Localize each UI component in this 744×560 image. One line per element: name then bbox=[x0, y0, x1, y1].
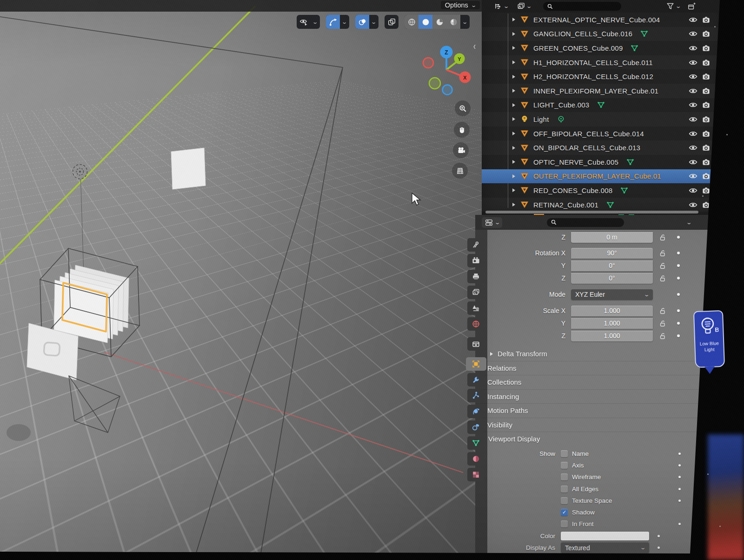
navigation-axis-gizmo[interactable]: Z Y X bbox=[418, 43, 479, 101]
outliner-row[interactable]: Light bbox=[482, 112, 725, 127]
hide-in-viewport-eye-icon[interactable] bbox=[689, 115, 698, 124]
material-preview-button[interactable] bbox=[432, 15, 446, 29]
outliner-row[interactable]: LIGHT_Cube.003 bbox=[482, 98, 725, 113]
outliner-row[interactable]: INNER_PLEXIFORM_LAYER_Cube.01 bbox=[482, 84, 725, 98]
ortho-perspective-button[interactable] bbox=[452, 163, 468, 179]
object-name[interactable]: EXTERNAL_OPTIC_NERVE_Cube.004 bbox=[533, 16, 660, 24]
disable-in-render-camera-icon[interactable] bbox=[702, 44, 711, 53]
object-name[interactable]: RED_CONES_Cube.008 bbox=[533, 187, 612, 194]
disable-in-render-camera-icon[interactable] bbox=[702, 87, 711, 95]
outliner-row[interactable]: H1_HORIZONTAL_CELLS_Cube.011 bbox=[482, 55, 725, 70]
floating-plane-object[interactable] bbox=[171, 148, 206, 189]
disable-in-render-camera-icon[interactable] bbox=[702, 129, 711, 138]
disable-in-render-camera-icon[interactable] bbox=[702, 186, 711, 195]
hide-in-viewport-eye-icon[interactable] bbox=[689, 58, 698, 67]
object-visibility-dropdown[interactable]: ⌄ bbox=[297, 15, 320, 29]
axis-checkbox[interactable] bbox=[561, 462, 568, 469]
animate-dot[interactable] bbox=[677, 309, 680, 312]
section-motion-paths[interactable]: Motion Paths ∷∷ bbox=[475, 403, 725, 418]
outliner-row[interactable]: OFF_BIPOLAR_CELLS_Cube.014 bbox=[482, 127, 725, 141]
outliner-horizontal-scrollbar[interactable] bbox=[485, 211, 698, 213]
rendered-shading-button[interactable] bbox=[446, 15, 460, 29]
lock-icon[interactable] bbox=[659, 274, 667, 282]
filter-dropdown[interactable]: ⌄ bbox=[666, 2, 680, 11]
axis-negz-handle[interactable] bbox=[443, 85, 452, 95]
wireframe-checkbox[interactable] bbox=[561, 473, 568, 480]
lock-icon[interactable] bbox=[659, 249, 667, 257]
hide-in-viewport-eye-icon[interactable] bbox=[689, 100, 698, 109]
disable-in-render-camera-icon[interactable] bbox=[702, 100, 711, 109]
rotation-x-field[interactable]: 90° bbox=[571, 248, 653, 259]
properties-search-input[interactable] bbox=[547, 218, 624, 227]
scale-y-field[interactable]: 1.000 bbox=[571, 318, 653, 329]
section-delta-transform[interactable]: Delta Transform bbox=[475, 347, 725, 361]
disable-in-render-camera-icon[interactable] bbox=[702, 143, 711, 152]
shadow-checkbox-checked[interactable]: ✓ bbox=[561, 509, 568, 516]
animate-dot[interactable] bbox=[678, 523, 681, 525]
animate-dot[interactable] bbox=[678, 500, 681, 502]
pyramid-wireframe[interactable] bbox=[69, 376, 120, 433]
editor-type-dropdown[interactable]: ⌄ bbox=[494, 2, 508, 11]
disable-in-render-camera-icon[interactable] bbox=[702, 72, 711, 81]
lock-icon[interactable] bbox=[659, 307, 667, 315]
gizmos-toggle[interactable]: ⌄ bbox=[326, 15, 349, 29]
object-name[interactable]: Light bbox=[533, 115, 549, 123]
properties-editor-type-dropdown[interactable]: ⌄ bbox=[482, 217, 502, 228]
expand-arrow-icon[interactable] bbox=[512, 60, 515, 64]
zoom-view-button[interactable] bbox=[455, 100, 471, 116]
outliner-row[interactable]: GREEN_CONES_Cube.009 bbox=[482, 41, 725, 55]
expand-arrow-icon[interactable] bbox=[512, 117, 515, 121]
object-name[interactable]: H1_HORIZONTAL_CELLS_Cube.011 bbox=[533, 59, 653, 67]
hide-in-viewport-eye-icon[interactable] bbox=[689, 143, 698, 152]
disable-in-render-camera-icon[interactable] bbox=[702, 58, 711, 67]
animate-dot[interactable] bbox=[677, 322, 680, 325]
hide-in-viewport-eye-icon[interactable] bbox=[689, 129, 698, 138]
object-name[interactable]: H2_HORIZONTAL_CELLS_Cube.012 bbox=[533, 73, 653, 80]
texture-space-checkbox[interactable] bbox=[561, 497, 568, 504]
animate-dot[interactable] bbox=[677, 236, 680, 239]
outliner-row[interactable]: RED_CONES_Cube.008 bbox=[482, 183, 725, 198]
object-name[interactable]: LIGHT_Cube.003 bbox=[533, 101, 589, 109]
hide-in-viewport-eye-icon[interactable] bbox=[689, 15, 698, 24]
tab-object-data[interactable] bbox=[467, 436, 484, 450]
animate-dot[interactable] bbox=[658, 547, 660, 549]
hide-in-viewport-eye-icon[interactable] bbox=[689, 200, 698, 209]
in-front-checkbox[interactable] bbox=[561, 520, 568, 527]
camera-view-button[interactable] bbox=[453, 142, 469, 158]
pan-view-button[interactable] bbox=[454, 122, 470, 138]
hide-in-viewport-eye-icon[interactable] bbox=[689, 186, 698, 195]
expand-arrow-icon[interactable] bbox=[512, 46, 515, 50]
axis-negy-handle[interactable] bbox=[429, 78, 440, 89]
location-z-field[interactable]: 0 m bbox=[571, 232, 653, 243]
expand-arrow-icon[interactable] bbox=[512, 146, 515, 150]
disable-in-render-camera-icon[interactable] bbox=[702, 172, 711, 180]
tab-object-properties-active[interactable] bbox=[466, 357, 485, 371]
object-name[interactable]: GANGLION_CELLS_Cube.016 bbox=[533, 30, 632, 38]
expand-arrow-icon[interactable] bbox=[512, 89, 515, 93]
hide-in-viewport-eye-icon[interactable] bbox=[689, 158, 698, 167]
all-edges-checkbox[interactable] bbox=[561, 486, 568, 493]
section-viewport-display[interactable]: Viewport Display ∷∷ bbox=[475, 432, 725, 446]
disable-in-render-camera-icon[interactable] bbox=[702, 115, 711, 124]
animate-dot[interactable] bbox=[678, 476, 681, 478]
hide-in-viewport-eye-icon[interactable] bbox=[689, 87, 698, 95]
expand-arrow-icon[interactable] bbox=[512, 132, 515, 135]
new-collection-button[interactable] bbox=[687, 2, 696, 11]
tab-physics[interactable] bbox=[467, 405, 484, 418]
xray-toggle[interactable] bbox=[385, 15, 399, 29]
wireframe-shading-button[interactable] bbox=[405, 15, 418, 29]
tab-tool[interactable] bbox=[467, 238, 484, 252]
object-name[interactable]: OPTIC_NERVE_Cube.005 bbox=[533, 158, 618, 166]
display-mode-dropdown[interactable]: ⌄ bbox=[517, 2, 531, 11]
large-wireframe-box[interactable] bbox=[0, 17, 343, 556]
color-swatch[interactable] bbox=[561, 532, 649, 540]
tab-particles[interactable] bbox=[467, 389, 484, 402]
section-collections[interactable]: Collections ∷∷ bbox=[475, 375, 725, 389]
tab-render[interactable] bbox=[467, 254, 484, 267]
object-name[interactable]: ON_BIPOLAR_CELLS_Cube.013 bbox=[533, 144, 640, 152]
animate-dot[interactable] bbox=[677, 252, 680, 254]
object-name[interactable]: GREEN_CONES_Cube.009 bbox=[533, 44, 623, 52]
expand-arrow-icon[interactable] bbox=[512, 174, 515, 178]
axis-negx-handle[interactable] bbox=[423, 58, 433, 68]
outliner-row-selected[interactable]: OUTER_PLEXIFORM_LAYER_Cube.01 bbox=[482, 169, 725, 184]
